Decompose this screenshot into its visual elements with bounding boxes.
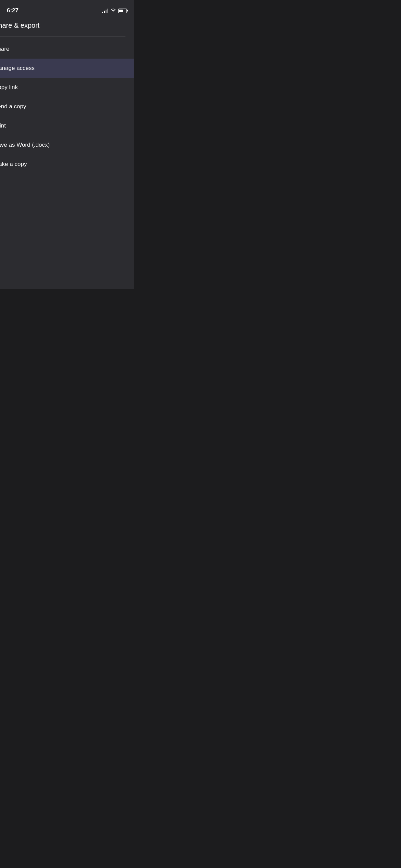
menu-item-make-copy[interactable]: Make a copy [0, 155, 134, 174]
share-export-panel: ‹ Share & export Share [0, 0, 134, 289]
menu-copy-link-label: Copy link [0, 84, 18, 91]
status-icons [102, 8, 127, 13]
signal-bars-icon [102, 8, 108, 13]
status-bar: 6:27 [0, 0, 134, 17]
menu-save-word-label: Save as Word (.docx) [0, 142, 50, 148]
menu-print-label: Print [0, 122, 6, 129]
menu-item-send-copy[interactable]: Send a copy [0, 97, 134, 116]
menu-item-print[interactable]: Print [0, 116, 134, 135]
share-menu-list: Share Manage access [0, 37, 134, 177]
menu-item-share[interactable]: Share [0, 39, 134, 59]
panel-title: Share & export [0, 22, 39, 29]
menu-send-copy-label: Send a copy [0, 103, 26, 110]
battery-icon [118, 9, 127, 13]
status-time: 6:27 [7, 7, 19, 14]
menu-item-manage-access[interactable]: Manage access [0, 59, 134, 78]
menu-share-label: Share [0, 46, 9, 52]
menu-make-copy-label: Make a copy [0, 161, 27, 168]
menu-item-save-word[interactable]: W Save as Word (.docx) [0, 135, 134, 155]
menu-manage-access-label: Manage access [0, 65, 35, 72]
wifi-icon [110, 8, 116, 13]
menu-item-copy-link[interactable]: Copy link [0, 78, 134, 97]
